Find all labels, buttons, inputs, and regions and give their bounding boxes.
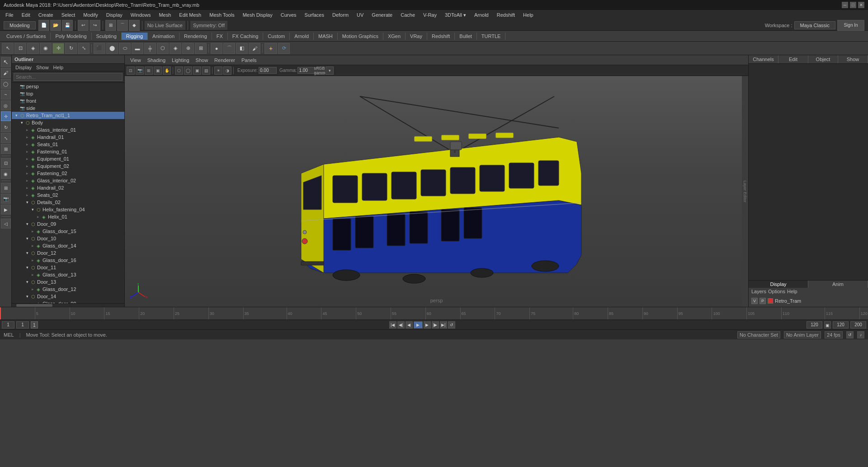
layer-visibility-btn[interactable]: V: [751, 298, 758, 304]
menu-vray[interactable]: V-Ray: [420, 11, 440, 19]
cam-btn[interactable]: 📷: [1, 194, 11, 204]
tab-poly-modeling[interactable]: Poly Modeling: [51, 33, 91, 40]
layer-playback-btn[interactable]: P: [760, 298, 766, 304]
ik-handle-btn[interactable]: ⌒: [223, 43, 235, 54]
menu-edit-mesh[interactable]: Edit Mesh: [175, 11, 205, 19]
audio-btn[interactable]: ♪: [857, 331, 864, 338]
snap-point-btn[interactable]: ◆: [129, 20, 140, 31]
prev-frame-btn[interactable]: ◀: [406, 321, 413, 329]
mirror-btn[interactable]: ⊞: [195, 43, 207, 54]
go-start-btn[interactable]: |◀: [389, 321, 396, 329]
vp-cam-btn[interactable]: 📷: [136, 67, 144, 75]
vp-smooth-btn[interactable]: ◯: [184, 67, 192, 75]
tree-item-fastening-01[interactable]: ▸ ◈ Fastening_01: [12, 148, 124, 155]
loop-mode-btn[interactable]: ↺: [846, 331, 854, 338]
tab-bullet[interactable]: Bullet: [455, 33, 477, 40]
go-end-btn[interactable]: ▶|: [440, 321, 447, 329]
vp-shadow-btn[interactable]: ◑: [223, 67, 231, 75]
vp-pan-btn[interactable]: ✋: [163, 67, 171, 75]
tree-arrow[interactable]: ▾: [24, 265, 30, 270]
tree-item-top[interactable]: 📷 top: [12, 90, 124, 97]
tree-item-door-09[interactable]: ▾ ⬡ Door_09: [12, 220, 124, 228]
tree-item-door-13[interactable]: ▾ ⬡ Door_13: [12, 278, 124, 286]
menu-redshift[interactable]: Redshift: [493, 11, 519, 19]
no-character-set-label[interactable]: No Character Set: [737, 331, 780, 338]
workspace-dropdown[interactable]: Modeling: [4, 21, 36, 29]
select-tool-btn[interactable]: ↖: [2, 43, 14, 54]
render-btn[interactable]: ▶: [1, 205, 11, 214]
show-tab[interactable]: Show: [838, 55, 868, 63]
exposure-input[interactable]: [259, 67, 277, 74]
bevel-btn[interactable]: ◈: [170, 43, 181, 54]
fps-label[interactable]: 24 fps: [825, 331, 843, 338]
insert-edge-btn[interactable]: ╪: [144, 43, 156, 54]
extrude-btn[interactable]: ⬡: [157, 43, 169, 54]
outliner-help-menu[interactable]: Help: [52, 65, 66, 70]
menu-edit[interactable]: Edit: [18, 11, 34, 19]
crease-btn[interactable]: ◁: [1, 219, 11, 229]
move-tool-btn[interactable]: ✛: [52, 43, 64, 54]
soft-select-side-btn[interactable]: ◉: [1, 169, 11, 179]
tree-item-handrail-02[interactable]: ▸ ◈ Handrail_02: [12, 184, 124, 191]
menu-uv[interactable]: UV: [353, 11, 367, 19]
snap-grid-btn[interactable]: ⊞: [105, 20, 116, 31]
vp-res-btn[interactable]: ▣: [154, 67, 162, 75]
tree-item-door-10[interactable]: ▾ ⬡ Door_10: [12, 235, 124, 242]
snap-btn[interactable]: ⊡: [1, 158, 11, 168]
tree-item-persp[interactable]: 📷 persp: [12, 83, 124, 90]
tab-turtle[interactable]: TURTLE: [477, 33, 506, 40]
outliner-search-input[interactable]: [14, 73, 123, 81]
select-mode-btn[interactable]: ↖: [1, 57, 11, 67]
layer-color-swatch[interactable]: [768, 298, 773, 304]
menu-deform[interactable]: Deform: [329, 11, 352, 19]
tab-mash[interactable]: MASH: [314, 33, 338, 40]
tree-item-glass-door-12[interactable]: ▸ ◈ Glass_door_12: [12, 286, 124, 293]
open-scene-btn[interactable]: 📂: [50, 20, 61, 31]
window-controls[interactable]: ─ □ ✕: [842, 2, 864, 8]
snap-curve-btn[interactable]: ⌒: [117, 20, 128, 31]
tab-redshift[interactable]: Redshift: [427, 33, 455, 40]
edit-tab[interactable]: Edit: [778, 55, 808, 63]
relax-btn[interactable]: ◎: [1, 100, 11, 110]
tree-item-glass-interior-02[interactable]: ▸ ◈ Glass_interior_02: [12, 177, 124, 184]
menu-modify[interactable]: Modify: [80, 11, 101, 19]
tree-item-retro-tram[interactable]: ▾ ⬡ Retro_Tram_ncl1_1: [12, 112, 124, 119]
poly-cyl-btn[interactable]: ⬭: [119, 43, 131, 54]
timeline-playhead[interactable]: [0, 307, 1, 319]
menu-mesh[interactable]: Mesh: [155, 11, 175, 19]
workspace-name-dropdown[interactable]: Maya Classic: [794, 21, 835, 29]
tab-animation[interactable]: Animation: [148, 33, 179, 40]
tab-rendering[interactable]: Rendering: [179, 33, 212, 40]
options-menu-item[interactable]: Options: [768, 289, 785, 294]
menu-arnold[interactable]: Arnold: [471, 11, 492, 19]
outliner-show-menu[interactable]: Show: [34, 65, 51, 70]
save-scene-btn[interactable]: 💾: [62, 20, 73, 31]
viewport-lighting-menu[interactable]: Lighting: [169, 57, 192, 63]
vp-tex-btn[interactable]: ▧: [202, 67, 210, 75]
new-scene-btn[interactable]: 📄: [38, 20, 49, 31]
tree-item-fastening-02[interactable]: ▸ ◈ Fastening_02: [12, 170, 124, 177]
viewport-renderer-menu[interactable]: Renderer: [212, 57, 238, 63]
tree-item-equipment-01[interactable]: ▸ ◈ Equipment_01: [12, 155, 124, 162]
menu-windows[interactable]: Windows: [127, 11, 155, 19]
menu-create[interactable]: Create: [35, 11, 57, 19]
show-manip-btn[interactable]: ⊞: [1, 144, 11, 154]
tree-arrow[interactable]: ▾: [24, 280, 30, 284]
tree-arrow[interactable]: ▾: [24, 251, 30, 255]
menu-surfaces[interactable]: Surfaces: [301, 11, 328, 19]
tree-item-door-14[interactable]: ▾ ⬡ Door_14: [12, 293, 124, 300]
timeline[interactable]: 5 10 15 20 25 30 35 40 45 50 55 60 65 70…: [0, 307, 868, 319]
tree-item-details-02[interactable]: ▾ ⬡ Details_02: [12, 199, 124, 206]
out-frame-input[interactable]: [850, 321, 866, 329]
display-tab[interactable]: Display: [749, 281, 808, 288]
menu-select[interactable]: Select: [58, 11, 79, 19]
rotate-btn[interactable]: ↻: [1, 122, 11, 132]
tab-fx[interactable]: FX: [212, 33, 228, 40]
tree-item-glass-door-14[interactable]: ▸ ◈ Glass_door_14: [12, 242, 124, 249]
poly-plane-btn[interactable]: ▬: [132, 43, 143, 54]
next-key-btn[interactable]: |▶: [432, 321, 439, 329]
tree-arrow-body[interactable]: ▾: [19, 120, 24, 125]
viewport-show-menu[interactable]: Show: [193, 57, 211, 63]
tab-curves-surfaces[interactable]: Curves / Surfaces: [2, 33, 51, 40]
poly-cube-btn[interactable]: ⬛: [94, 43, 105, 54]
